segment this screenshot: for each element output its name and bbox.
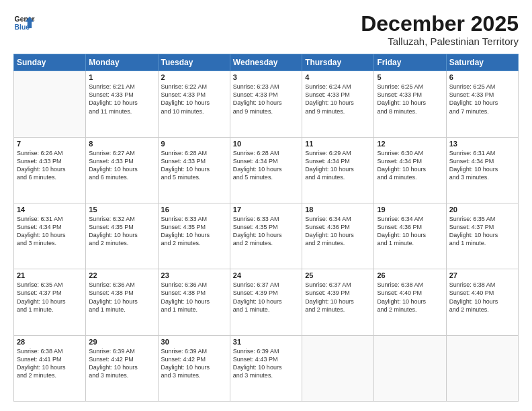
day-number: 11 bbox=[305, 140, 371, 148]
calendar-cell: 11Sunrise: 6:29 AMSunset: 4:34 PMDayligh… bbox=[302, 137, 374, 203]
calendar-cell: 22Sunrise: 6:36 AMSunset: 4:38 PMDayligh… bbox=[86, 269, 158, 335]
calendar-cell: 28Sunrise: 6:38 AMSunset: 4:41 PMDayligh… bbox=[14, 335, 86, 401]
day-number: 28 bbox=[17, 338, 83, 346]
day-number: 22 bbox=[89, 271, 154, 279]
cell-info: Sunrise: 6:28 AMSunset: 4:33 PMDaylight:… bbox=[161, 149, 227, 182]
cell-info: Sunrise: 6:36 AMSunset: 4:38 PMDaylight:… bbox=[161, 281, 227, 314]
calendar-cell: 12Sunrise: 6:30 AMSunset: 4:34 PMDayligh… bbox=[374, 137, 446, 203]
day-number: 30 bbox=[161, 338, 227, 346]
calendar-cell: 8Sunrise: 6:27 AMSunset: 4:33 PMDaylight… bbox=[86, 137, 158, 203]
cell-info: Sunrise: 6:31 AMSunset: 4:34 PMDaylight:… bbox=[449, 149, 515, 182]
cell-info: Sunrise: 6:38 AMSunset: 4:40 PMDaylight:… bbox=[377, 281, 443, 314]
logo: General Blue bbox=[13, 12, 35, 34]
calendar-cell: 14Sunrise: 6:31 AMSunset: 4:34 PMDayligh… bbox=[14, 203, 86, 269]
calendar-cell bbox=[374, 335, 446, 401]
cell-info: Sunrise: 6:37 AMSunset: 4:39 PMDaylight:… bbox=[305, 281, 371, 314]
calendar-cell: 13Sunrise: 6:31 AMSunset: 4:34 PMDayligh… bbox=[446, 137, 518, 203]
calendar-cell: 16Sunrise: 6:33 AMSunset: 4:35 PMDayligh… bbox=[158, 203, 230, 269]
col-thursday: Thursday bbox=[302, 54, 374, 71]
col-tuesday: Tuesday bbox=[158, 54, 230, 71]
calendar-cell: 10Sunrise: 6:28 AMSunset: 4:34 PMDayligh… bbox=[230, 137, 302, 203]
cell-info: Sunrise: 6:28 AMSunset: 4:34 PMDaylight:… bbox=[233, 149, 299, 182]
calendar-cell: 21Sunrise: 6:35 AMSunset: 4:37 PMDayligh… bbox=[14, 269, 86, 335]
calendar-cell: 18Sunrise: 6:34 AMSunset: 4:36 PMDayligh… bbox=[302, 203, 374, 269]
calendar-cell bbox=[446, 335, 518, 401]
day-number: 5 bbox=[377, 73, 443, 81]
calendar-header-row: Sunday Monday Tuesday Wednesday Thursday… bbox=[14, 54, 519, 71]
day-number: 13 bbox=[449, 140, 515, 148]
calendar-cell: 27Sunrise: 6:38 AMSunset: 4:40 PMDayligh… bbox=[446, 269, 518, 335]
day-number: 19 bbox=[377, 205, 443, 214]
day-number: 1 bbox=[89, 73, 154, 81]
cell-info: Sunrise: 6:30 AMSunset: 4:34 PMDaylight:… bbox=[377, 149, 443, 182]
cell-info: Sunrise: 6:38 AMSunset: 4:40 PMDaylight:… bbox=[449, 281, 515, 314]
calendar-cell: 20Sunrise: 6:35 AMSunset: 4:37 PMDayligh… bbox=[446, 203, 518, 269]
calendar-cell: 17Sunrise: 6:33 AMSunset: 4:35 PMDayligh… bbox=[230, 203, 302, 269]
cell-info: Sunrise: 6:39 AMSunset: 4:42 PMDaylight:… bbox=[161, 347, 227, 380]
logo-icon: General Blue bbox=[13, 12, 35, 34]
cell-info: Sunrise: 6:36 AMSunset: 4:38 PMDaylight:… bbox=[89, 281, 154, 314]
week-row-4: 21Sunrise: 6:35 AMSunset: 4:37 PMDayligh… bbox=[14, 269, 519, 335]
day-number: 24 bbox=[233, 271, 299, 279]
day-number: 4 bbox=[305, 73, 371, 81]
day-number: 9 bbox=[161, 140, 227, 148]
calendar-cell: 15Sunrise: 6:32 AMSunset: 4:35 PMDayligh… bbox=[86, 203, 158, 269]
day-number: 12 bbox=[377, 140, 443, 148]
header: General Blue December 2025 Talluzah, Pal… bbox=[13, 12, 519, 47]
day-number: 20 bbox=[449, 205, 515, 214]
calendar-cell: 30Sunrise: 6:39 AMSunset: 4:42 PMDayligh… bbox=[158, 335, 230, 401]
calendar-cell: 25Sunrise: 6:37 AMSunset: 4:39 PMDayligh… bbox=[302, 269, 374, 335]
col-monday: Monday bbox=[86, 54, 158, 71]
day-number: 25 bbox=[305, 271, 371, 279]
calendar-cell bbox=[302, 335, 374, 401]
cell-info: Sunrise: 6:38 AMSunset: 4:41 PMDaylight:… bbox=[17, 347, 83, 380]
cell-info: Sunrise: 6:25 AMSunset: 4:33 PMDaylight:… bbox=[377, 83, 443, 116]
cell-info: Sunrise: 6:24 AMSunset: 4:33 PMDaylight:… bbox=[305, 83, 371, 116]
calendar-cell: 19Sunrise: 6:34 AMSunset: 4:36 PMDayligh… bbox=[374, 203, 446, 269]
calendar-cell: 23Sunrise: 6:36 AMSunset: 4:38 PMDayligh… bbox=[158, 269, 230, 335]
cell-info: Sunrise: 6:35 AMSunset: 4:37 PMDaylight:… bbox=[449, 215, 515, 248]
cell-info: Sunrise: 6:27 AMSunset: 4:33 PMDaylight:… bbox=[89, 149, 154, 182]
day-number: 18 bbox=[305, 205, 371, 214]
day-number: 31 bbox=[233, 338, 299, 346]
cell-info: Sunrise: 6:21 AMSunset: 4:33 PMDaylight:… bbox=[89, 83, 154, 116]
calendar-cell: 29Sunrise: 6:39 AMSunset: 4:42 PMDayligh… bbox=[86, 335, 158, 401]
calendar-cell: 24Sunrise: 6:37 AMSunset: 4:39 PMDayligh… bbox=[230, 269, 302, 335]
day-number: 17 bbox=[233, 205, 299, 214]
day-number: 3 bbox=[233, 73, 299, 81]
subtitle: Talluzah, Palestinian Territory bbox=[361, 36, 519, 47]
cell-info: Sunrise: 6:23 AMSunset: 4:33 PMDaylight:… bbox=[233, 83, 299, 116]
calendar-cell: 7Sunrise: 6:26 AMSunset: 4:33 PMDaylight… bbox=[14, 137, 86, 203]
cell-info: Sunrise: 6:22 AMSunset: 4:33 PMDaylight:… bbox=[161, 83, 227, 116]
cell-info: Sunrise: 6:37 AMSunset: 4:39 PMDaylight:… bbox=[233, 281, 299, 314]
calendar-cell: 26Sunrise: 6:38 AMSunset: 4:40 PMDayligh… bbox=[374, 269, 446, 335]
cell-info: Sunrise: 6:34 AMSunset: 4:36 PMDaylight:… bbox=[305, 215, 371, 248]
col-wednesday: Wednesday bbox=[230, 54, 302, 71]
calendar-cell: 1Sunrise: 6:21 AMSunset: 4:33 PMDaylight… bbox=[86, 71, 158, 137]
day-number: 27 bbox=[449, 271, 515, 279]
week-row-1: 1Sunrise: 6:21 AMSunset: 4:33 PMDaylight… bbox=[14, 71, 519, 137]
day-number: 23 bbox=[161, 271, 227, 279]
calendar-cell: 5Sunrise: 6:25 AMSunset: 4:33 PMDaylight… bbox=[374, 71, 446, 137]
day-number: 15 bbox=[89, 205, 154, 214]
day-number: 8 bbox=[89, 140, 154, 148]
col-friday: Friday bbox=[374, 54, 446, 71]
cell-info: Sunrise: 6:33 AMSunset: 4:35 PMDaylight:… bbox=[161, 215, 227, 248]
calendar-cell: 4Sunrise: 6:24 AMSunset: 4:33 PMDaylight… bbox=[302, 71, 374, 137]
week-row-2: 7Sunrise: 6:26 AMSunset: 4:33 PMDaylight… bbox=[14, 137, 519, 203]
cell-info: Sunrise: 6:33 AMSunset: 4:35 PMDaylight:… bbox=[233, 215, 299, 248]
cell-info: Sunrise: 6:29 AMSunset: 4:34 PMDaylight:… bbox=[305, 149, 371, 182]
calendar-cell: 6Sunrise: 6:25 AMSunset: 4:33 PMDaylight… bbox=[446, 71, 518, 137]
day-number: 10 bbox=[233, 140, 299, 148]
cell-info: Sunrise: 6:39 AMSunset: 4:43 PMDaylight:… bbox=[233, 347, 299, 380]
day-number: 6 bbox=[449, 73, 515, 81]
calendar-cell bbox=[14, 71, 86, 137]
col-sunday: Sunday bbox=[14, 54, 86, 71]
day-number: 16 bbox=[161, 205, 227, 214]
title-block: December 2025 Talluzah, Palestinian Terr… bbox=[361, 12, 519, 47]
cell-info: Sunrise: 6:32 AMSunset: 4:35 PMDaylight:… bbox=[89, 215, 154, 248]
calendar-cell: 9Sunrise: 6:28 AMSunset: 4:33 PMDaylight… bbox=[158, 137, 230, 203]
day-number: 14 bbox=[17, 205, 83, 214]
day-number: 26 bbox=[377, 271, 443, 279]
cell-info: Sunrise: 6:34 AMSunset: 4:36 PMDaylight:… bbox=[377, 215, 443, 248]
